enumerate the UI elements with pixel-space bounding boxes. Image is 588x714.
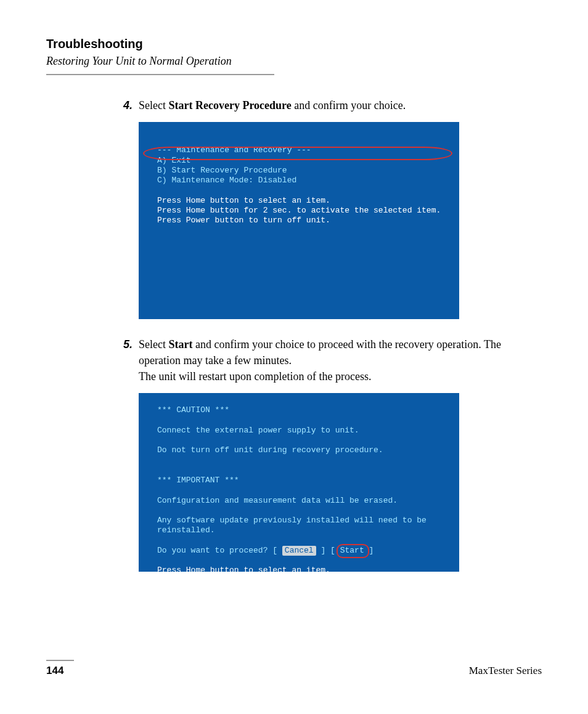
term2-proceed-pre: Do you want to proceed? [ [157,546,282,555]
term1-start-recovery: B) Start Recovery Procedure [157,166,287,175]
step-5-body: Select Start and confirm your choice to … [139,336,542,384]
caution-terminal: *** CAUTION *** Connect the external pow… [139,393,459,572]
screenshot-2: *** CAUTION *** Connect the external pow… [139,393,542,572]
term2-i2a: Any software update previously installed… [157,516,427,525]
page-number: 144 [46,665,63,677]
term1-maintenance: C) Maintenance Mode: Disabled [157,176,296,185]
recovery-menu-terminal: --- Maintenance and Recovery --- A) Exit… [139,122,459,319]
term2-c2: Do not turn off unit during recovery pro… [157,445,383,455]
step-5-text-line2: The unit will restart upon completion of… [139,370,371,383]
term2-caution: *** CAUTION *** [157,405,229,415]
step-5-text-bold: Start [168,338,192,351]
start-button[interactable]: Start [340,546,364,555]
step-5-number: 5. [108,336,139,384]
term2-i1: Configuration and measurement data will … [157,496,398,505]
term2-mid: ] [ [316,546,340,555]
term2-important: *** IMPORTANT *** [157,476,239,485]
step-4-text-post: and confirm your choice. [292,99,406,112]
step-5: 5. Select Start and confirm your choice … [108,336,542,384]
section-subtitle: Restoring Your Unit to Normal Operation [46,55,542,71]
term1-help3: Press Power button to turn off unit. [157,216,330,225]
term1-exit: A) Exit [157,156,191,165]
header-rule [46,74,274,75]
step-4-text-pre: Select [139,99,168,112]
page-footer: 144 MaxTester Series [46,660,542,677]
step-4-number: 4. [108,97,139,113]
term2-help2: Press Home button for 2 sec. to activate… [157,576,441,585]
term2-c1: Connect the external power supply to uni… [157,426,359,435]
screenshot-1: --- Maintenance and Recovery --- A) Exit… [139,122,542,319]
footer-rule [46,660,74,661]
term1-title: --- Maintenance and Recovery --- [157,145,311,155]
step-4: 4. Select Start Recovery Procedure and c… [108,97,542,113]
step-5-text-post1: and confirm your choice to proceed with … [139,338,501,367]
step-4-text-bold: Start Recovery Procedure [168,99,291,112]
term2-help1: Press Home button to select an item. [157,566,330,575]
step-4-body: Select Start Recovery Procedure and conf… [139,97,542,113]
product-series: MaxTester Series [469,665,542,677]
term1-help2: Press Home button for 2 sec. to activate… [157,206,441,215]
section-title: Troubleshooting [46,37,542,51]
term2-proceed-post: ] [364,546,374,555]
term2-i2b: reinstalled. [157,525,215,535]
term2-help3: Press Power button to turn off unit. [157,586,330,595]
cancel-button[interactable]: Cancel [282,546,316,556]
term1-help1: Press Home button to select an item. [157,196,330,205]
step-5-text-pre: Select [139,338,168,351]
